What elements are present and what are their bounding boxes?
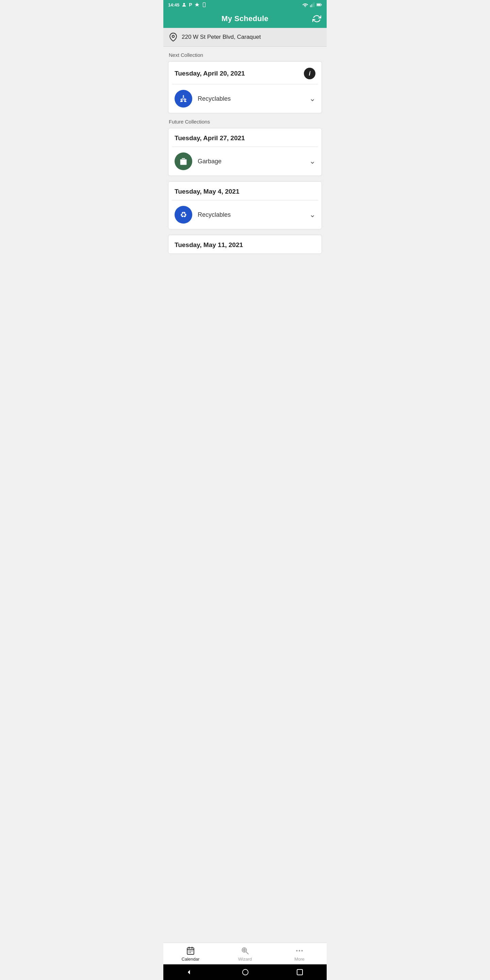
nav-more-label: More	[294, 956, 305, 962]
status-bar: 14:45 P	[163, 0, 327, 10]
bottom-nav: Calendar Wizard More	[163, 943, 327, 964]
future-collection-card-1: Tuesday, April 27, 2021 Garbage ⌄	[168, 128, 322, 176]
p-icon: P	[189, 2, 192, 8]
recyclables-item-2[interactable]: ♻ Recyclables ⌄	[169, 200, 321, 229]
future-item-label-2: Recyclables	[198, 211, 304, 218]
nav-calendar-label: Calendar	[182, 956, 200, 962]
svg-rect-8	[321, 4, 322, 5]
next-collection-label: Next Collection	[169, 52, 322, 58]
svg-rect-21	[189, 951, 189, 951]
svg-point-10	[172, 35, 175, 38]
nav-more[interactable]: More	[272, 943, 327, 964]
svg-rect-6	[314, 2, 315, 7]
back-button[interactable]	[187, 969, 194, 976]
svg-rect-38	[297, 969, 302, 975]
svg-text:♻: ♻	[182, 97, 185, 101]
person-icon	[181, 2, 187, 8]
calendar-icon	[186, 946, 195, 955]
svg-point-0	[183, 3, 185, 5]
future-date-row-1: Tuesday, April 27, 2021	[169, 128, 321, 147]
star-icon	[194, 2, 200, 8]
chevron-down-icon-3[interactable]: ⌄	[309, 210, 315, 219]
address-bar[interactable]: 220 W St Peter Blvd, Caraquet	[163, 28, 327, 47]
next-collection-date-row[interactable]: Tuesday, April 20, 2021 i	[169, 62, 321, 84]
wizard-icon	[240, 946, 250, 955]
location-icon	[169, 33, 178, 41]
svg-point-34	[299, 950, 300, 951]
svg-rect-25	[190, 952, 191, 953]
svg-rect-24	[189, 952, 189, 953]
svg-rect-4	[311, 5, 312, 7]
recents-button[interactable]	[296, 969, 303, 975]
future-date-row-2: Tuesday, May 4, 2021	[169, 182, 321, 200]
future-collections-label: Future Collections	[169, 119, 322, 124]
status-bar-left: 14:45 P	[168, 2, 207, 8]
refresh-button[interactable]	[312, 14, 321, 23]
app-bar-title: My Schedule	[221, 14, 269, 23]
info-button[interactable]: i	[304, 68, 315, 79]
nav-calendar[interactable]: Calendar	[163, 943, 218, 964]
chevron-down-icon[interactable]: ⌄	[309, 94, 315, 103]
phone-icon	[202, 2, 207, 8]
svg-point-33	[296, 950, 298, 951]
status-bar-right	[302, 2, 322, 7]
svg-marker-36	[188, 970, 190, 975]
svg-point-35	[301, 950, 302, 951]
svg-line-27	[246, 952, 248, 954]
future-date-2: Tuesday, May 4, 2021	[175, 188, 239, 195]
future-item-label-1: Garbage	[198, 158, 304, 165]
next-collection-date: Tuesday, April 20, 2021	[175, 70, 245, 77]
future-collection-card-2: Tuesday, May 4, 2021 ♻ Recyclables ⌄	[168, 181, 322, 229]
svg-rect-5	[312, 3, 313, 7]
app-bar: My Schedule	[163, 10, 327, 28]
future-date-row-3: Tuesday, May 11, 2021	[169, 235, 321, 253]
garbage-icon-circle	[175, 153, 192, 170]
next-collection-card: Tuesday, April 20, 2021 i ♻ Recyclables …	[168, 61, 322, 113]
nav-wizard-label: Wizard	[238, 956, 252, 962]
recyclables-item-next[interactable]: ♻ Recyclables ⌄	[169, 84, 321, 113]
svg-rect-1	[203, 3, 205, 7]
svg-rect-3	[310, 5, 311, 7]
svg-rect-23	[192, 951, 192, 951]
recycle-icon-blue: ♻	[175, 90, 192, 108]
signal-icon	[310, 2, 315, 7]
recycle-icon-blue-2: ♻	[175, 206, 192, 224]
more-icon	[295, 946, 304, 955]
wifi-icon	[302, 2, 308, 7]
battery-icon	[317, 2, 322, 7]
future-date-3: Tuesday, May 11, 2021	[175, 241, 243, 249]
android-nav-bar	[163, 964, 327, 980]
svg-point-28	[243, 950, 245, 951]
garbage-item-1[interactable]: Garbage ⌄	[169, 147, 321, 176]
nav-wizard[interactable]: Wizard	[218, 943, 272, 964]
future-collection-card-3-partial: Tuesday, May 11, 2021	[168, 235, 322, 254]
svg-rect-9	[317, 4, 320, 6]
svg-rect-22	[190, 951, 191, 951]
address-text: 220 W St Peter Blvd, Caraquet	[182, 34, 261, 40]
svg-text:♻: ♻	[180, 211, 187, 219]
chevron-down-icon-2[interactable]: ⌄	[309, 157, 315, 166]
home-button[interactable]	[242, 969, 249, 976]
svg-point-15	[183, 164, 184, 164]
status-time: 14:45	[168, 2, 179, 8]
svg-point-37	[243, 969, 248, 975]
next-collection-item-label: Recyclables	[198, 95, 304, 102]
future-date-1: Tuesday, April 27, 2021	[175, 134, 245, 142]
main-content: Next Collection Tuesday, April 20, 2021 …	[163, 47, 327, 943]
